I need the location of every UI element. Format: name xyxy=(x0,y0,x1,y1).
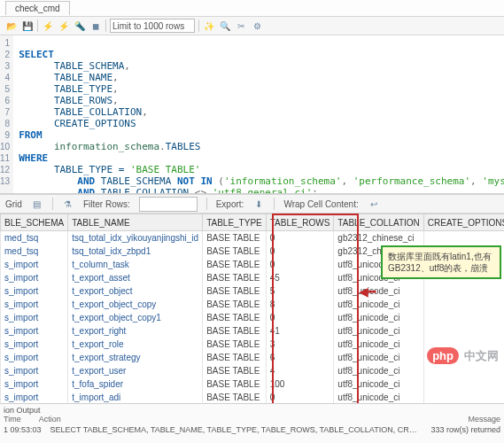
table-row[interactable]: s_importt_export_rightBASE TABLE41utf8_u… xyxy=(1,324,505,338)
execute-current-icon[interactable]: ⚡ xyxy=(58,19,70,32)
cell-type[interactable]: BASE TABLE xyxy=(203,271,267,284)
cell-coll[interactable]: utf8_unicode_ci xyxy=(334,311,423,324)
cell-coll[interactable]: utf8_unicode_ci xyxy=(334,324,423,338)
cell-schema[interactable]: s_import xyxy=(1,351,68,364)
cell-schema[interactable]: s_import xyxy=(1,284,68,298)
cell-type[interactable]: BASE TABLE xyxy=(203,324,267,338)
cell-schema[interactable]: s_import xyxy=(1,364,68,377)
cell-rows[interactable]: 3 xyxy=(266,338,334,351)
cell-schema[interactable]: s_import xyxy=(1,324,68,338)
cell-rows[interactable]: 5 xyxy=(266,284,334,298)
cell-name[interactable]: t_export_object_copy xyxy=(68,298,203,311)
cell-rows[interactable]: 4 xyxy=(266,364,334,377)
cell-schema[interactable]: med_tsq xyxy=(1,245,68,258)
cell-name[interactable]: t_export_right xyxy=(68,324,203,338)
cell-rows[interactable]: 6 xyxy=(266,351,334,364)
cell-opts[interactable] xyxy=(423,284,504,298)
cell-type[interactable]: BASE TABLE xyxy=(203,298,267,311)
cell-name[interactable]: tsq_total_idx_zbpd1 xyxy=(68,245,203,258)
explain-icon[interactable]: 🔦 xyxy=(74,19,86,32)
cell-name[interactable]: t_export_asset xyxy=(68,271,203,284)
table-row[interactable]: s_importt_import_adiBASE TABLE0utf8_unic… xyxy=(1,391,505,403)
settings-icon[interactable]: ⚙ xyxy=(251,19,263,32)
cell-coll[interactable]: utf8_unicode_ci xyxy=(334,364,423,377)
cell-rows[interactable]: 0 xyxy=(266,391,334,403)
cell-type[interactable]: BASE TABLE xyxy=(203,311,267,324)
cell-name[interactable]: t_fofa_spider xyxy=(68,377,203,391)
col-header-name[interactable]: TABLE_NAME xyxy=(68,214,203,231)
cell-name[interactable]: t_export_strategy xyxy=(68,351,203,364)
cell-opts[interactable] xyxy=(423,391,504,403)
cell-opts[interactable] xyxy=(423,377,504,391)
cell-name[interactable]: t_export_user xyxy=(68,364,203,377)
execute-icon[interactable]: ⚡ xyxy=(42,19,54,32)
cell-name[interactable]: t_export_object xyxy=(68,284,203,298)
cell-coll[interactable]: utf8_unicode_ci xyxy=(334,338,423,351)
cell-schema[interactable]: s_import xyxy=(1,258,68,271)
export-icon[interactable]: ⬇ xyxy=(252,198,265,210)
wrap-icon[interactable]: ↩ xyxy=(368,198,380,210)
table-row[interactable]: s_importt_export_object_copy1BASE TABLE0… xyxy=(1,311,505,324)
table-row[interactable]: s_importt_export_userBASE TABLE4utf8_uni… xyxy=(1,364,505,377)
cell-rows[interactable]: 0 xyxy=(266,311,334,324)
cell-rows[interactable]: 45 xyxy=(266,271,334,284)
cell-name[interactable]: t_export_role xyxy=(68,338,203,351)
tab-check-cmd[interactable]: check_cmd xyxy=(5,1,70,15)
grid-icon[interactable]: ▤ xyxy=(31,198,43,210)
open-file-icon[interactable]: 📂 xyxy=(5,19,18,32)
cell-type[interactable]: BASE TABLE xyxy=(203,351,267,364)
cell-coll[interactable]: utf8_unicode_ci xyxy=(334,377,423,391)
sql-editor[interactable]: SELECT TABLE_SCHEMA, TABLE_NAME, TABLE_T… xyxy=(13,35,504,193)
result-grid[interactable]: BLE_SCHEMA TABLE_NAME TABLE_TYPE TABLE_R… xyxy=(0,214,504,403)
cell-rows[interactable]: 0 xyxy=(266,245,334,258)
cell-type[interactable]: BASE TABLE xyxy=(203,258,267,271)
col-header-collation[interactable]: TABLE_COLLATION xyxy=(334,214,423,231)
col-header-schema[interactable]: BLE_SCHEMA xyxy=(1,214,68,231)
cell-name[interactable]: t_export_object_copy1 xyxy=(68,311,203,324)
cell-schema[interactable]: s_import xyxy=(1,298,68,311)
cell-schema[interactable]: s_import xyxy=(1,271,68,284)
cell-type[interactable]: BASE TABLE xyxy=(203,364,267,377)
cell-name[interactable]: tsq_total_idx_yikouyanjingshi_id xyxy=(68,231,203,245)
limit-rows-input[interactable] xyxy=(110,19,195,33)
cell-schema[interactable]: med_tsq xyxy=(1,231,68,245)
cell-coll[interactable]: utf8_unicode_ci xyxy=(334,391,423,403)
cell-type[interactable]: BASE TABLE xyxy=(203,231,267,245)
cell-rows[interactable]: 100 xyxy=(266,377,334,391)
cell-type[interactable]: BASE TABLE xyxy=(203,338,267,351)
snippets-icon[interactable]: ✂ xyxy=(235,19,247,32)
cell-type[interactable]: BASE TABLE xyxy=(203,391,267,403)
cell-schema[interactable]: s_import xyxy=(1,311,68,324)
table-row[interactable]: s_importt_fofa_spiderBASE TABLE100utf8_u… xyxy=(1,377,505,391)
cell-name[interactable]: t_column_task xyxy=(68,258,203,271)
save-icon[interactable]: 💾 xyxy=(21,19,34,32)
table-row[interactable]: med_tsqtsq_total_idx_yikouyanjingshi_idB… xyxy=(1,231,505,245)
cell-opts[interactable] xyxy=(423,298,504,311)
cell-rows[interactable]: 0 xyxy=(266,231,334,245)
cell-opts[interactable] xyxy=(423,231,504,245)
cell-rows[interactable]: 41 xyxy=(266,324,334,338)
cell-schema[interactable]: s_import xyxy=(1,377,68,391)
search-icon[interactable]: 🔍 xyxy=(219,19,231,32)
cell-coll[interactable]: gb2312_chinese_ci xyxy=(334,231,423,245)
table-row[interactable]: s_importt_export_objectBASE TABLE5utf8_u… xyxy=(1,284,505,298)
cell-type[interactable]: BASE TABLE xyxy=(203,245,267,258)
cell-opts[interactable] xyxy=(423,311,504,324)
beautify-icon[interactable]: ✨ xyxy=(203,19,215,32)
stop-icon[interactable]: ◼ xyxy=(89,19,102,32)
cell-type[interactable]: BASE TABLE xyxy=(203,377,267,391)
col-header-rows[interactable]: TABLE_ROWS xyxy=(266,214,334,231)
table-row[interactable]: s_importt_export_object_copyBASE TABLE8u… xyxy=(1,298,505,311)
filter-input[interactable] xyxy=(139,197,198,212)
col-header-options[interactable]: CREATE_OPTIONS xyxy=(423,214,504,231)
cell-rows[interactable]: 8 xyxy=(266,298,334,311)
cell-schema[interactable]: s_import xyxy=(1,391,68,403)
cell-opts[interactable] xyxy=(423,324,504,338)
cell-type[interactable]: BASE TABLE xyxy=(203,284,267,298)
cell-rows[interactable]: 0 xyxy=(266,258,334,271)
cell-opts[interactable] xyxy=(423,364,504,377)
cell-schema[interactable]: s_import xyxy=(1,338,68,351)
cell-coll[interactable]: utf8_unicode_ci xyxy=(334,298,423,311)
cell-name[interactable]: t_import_adi xyxy=(68,391,203,403)
cell-coll[interactable]: utf8_unicode_ci xyxy=(334,284,423,298)
